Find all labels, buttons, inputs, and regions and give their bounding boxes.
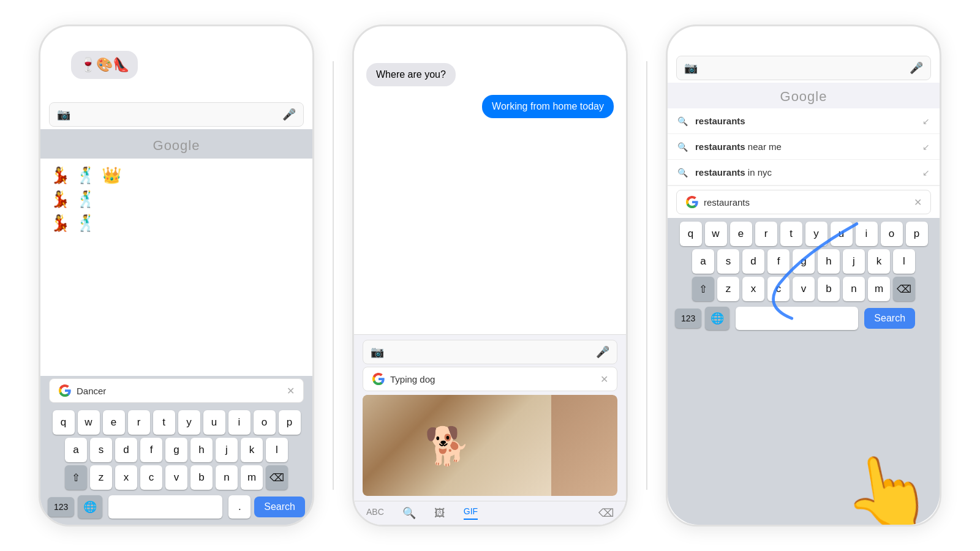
key-p3-q[interactable]: q [680, 222, 702, 246]
phone1-search-input[interactable] [75, 110, 277, 120]
key-p3-c[interactable]: c [767, 277, 790, 301]
key-k[interactable]: k [241, 438, 263, 462]
key-z[interactable]: z [90, 465, 112, 490]
suggestion-row-1[interactable]: 🔍 restaurants ↙ [668, 108, 940, 134]
phone3-search-button[interactable]: Search [864, 308, 915, 329]
camera-icon-2[interactable]: 📷 [371, 345, 384, 359]
key-delete[interactable]: ⌫ [266, 465, 288, 490]
key-g[interactable]: g [165, 438, 187, 462]
key-p3-delete[interactable]: ⌫ [893, 277, 915, 301]
key-e[interactable]: e [103, 410, 125, 435]
search-button[interactable]: Search [254, 497, 305, 517]
key-y[interactable]: y [178, 410, 200, 435]
key-s[interactable]: s [90, 438, 112, 462]
clear-icon[interactable]: ✕ [287, 385, 295, 397]
key-p3-r[interactable]: r [755, 222, 777, 246]
key-d[interactable]: d [115, 438, 137, 462]
key-p3-w[interactable]: w [705, 222, 727, 246]
key-b[interactable]: b [190, 465, 213, 490]
tab-gif[interactable]: GIF [464, 506, 478, 520]
key-p3-num[interactable]: 123 [675, 309, 701, 328]
key-o[interactable]: o [254, 410, 276, 435]
key-a[interactable]: a [65, 438, 87, 462]
key-p3-o[interactable]: o [881, 222, 903, 246]
key-p3-globe[interactable]: 🌐 [705, 307, 729, 330]
key-p3-d[interactable]: d [742, 249, 764, 274]
key-period[interactable]: . [228, 495, 251, 519]
key-f[interactable]: f [140, 438, 162, 462]
tab-abc[interactable]: ABC [366, 507, 384, 519]
emoji-cell[interactable]: 💃 [49, 165, 71, 186]
key-p3-g[interactable]: g [793, 249, 815, 274]
key-r[interactable]: r [128, 410, 150, 435]
key-p3-j[interactable]: j [843, 249, 865, 274]
phone3-gbar: 📷 🎤 [676, 56, 931, 80]
key-p3-k[interactable]: k [868, 249, 890, 274]
key-globe[interactable]: 🌐 [78, 495, 102, 519]
key-p3-b[interactable]: b [818, 277, 840, 301]
key-num[interactable]: 123 [48, 497, 74, 517]
key-p3-s[interactable]: s [717, 249, 739, 274]
key-space[interactable] [108, 495, 222, 519]
mic-icon-2[interactable]: 🎤 [596, 345, 609, 359]
key-p[interactable]: p [279, 410, 301, 435]
key-l[interactable]: l [266, 438, 288, 462]
camera-icon[interactable]: 📷 [57, 108, 70, 121]
phone3-search-input[interactable] [703, 63, 905, 73]
suggestion-row-2[interactable]: 🔍 restaurants near me ↙ [668, 134, 940, 160]
emoji-row-3: 💃 🕺 [49, 212, 304, 234]
key-p3-x[interactable]: x [742, 277, 764, 301]
key-p3-t[interactable]: t [780, 222, 802, 246]
gif-delete-icon[interactable]: ⌫ [598, 506, 614, 520]
key-t[interactable]: t [153, 410, 175, 435]
phone2-search-input[interactable] [389, 347, 591, 358]
mic-icon-3[interactable]: 🎤 [910, 61, 923, 75]
key-p3-y[interactable]: y [805, 222, 827, 246]
gif-clear-icon[interactable]: ✕ [600, 373, 608, 385]
key-i[interactable]: i [228, 410, 251, 435]
suggestion-row-3[interactable]: 🔍 restaurants in nyc ↙ [668, 160, 940, 186]
emoji-cell[interactable]: 🕺 [75, 189, 97, 210]
key-h[interactable]: h [190, 438, 213, 462]
phone3-query-input[interactable] [704, 197, 909, 208]
key-u[interactable]: u [203, 410, 225, 435]
key-p3-e[interactable]: e [730, 222, 752, 246]
key-p3-l[interactable]: l [893, 249, 915, 274]
key-p3-space[interactable] [736, 307, 858, 330]
key-p3-f[interactable]: f [767, 249, 790, 274]
key-p3-a[interactable]: a [692, 249, 714, 274]
suggestion-text-3: restaurants in nyc [695, 167, 915, 178]
phone3-clear-icon[interactable]: ✕ [914, 197, 922, 208]
key-x[interactable]: x [115, 465, 137, 490]
google-logo-2 [372, 372, 385, 386]
key-q[interactable]: q [53, 410, 75, 435]
key-j[interactable]: j [216, 438, 238, 462]
key-p3-h[interactable]: h [818, 249, 840, 274]
key-n[interactable]: n [216, 465, 238, 490]
emoji-cell[interactable]: 💃 [49, 189, 71, 210]
emoji-cell[interactable]: 🕺 [75, 165, 97, 186]
search-tab-icon[interactable]: 🔍 [402, 506, 416, 520]
phone1-query-input[interactable] [77, 386, 282, 396]
key-v[interactable]: v [165, 465, 187, 490]
mic-icon[interactable]: 🎤 [282, 108, 296, 121]
key-w[interactable]: w [78, 410, 100, 435]
emoji-cell[interactable]: 👑 [100, 165, 123, 186]
emoji-cell[interactable]: 💃 [49, 212, 71, 234]
camera-icon-3[interactable]: 📷 [684, 61, 698, 75]
image-tab-icon[interactable]: 🖼 [434, 507, 445, 520]
key-m[interactable]: m [241, 465, 263, 490]
key-shift[interactable]: ⇧ [65, 465, 87, 490]
emoji-cell[interactable]: 🕺 [75, 212, 97, 234]
key-p3-shift[interactable]: ⇧ [692, 277, 714, 301]
key-row-p3-2: a s d f g h j k l [670, 249, 937, 274]
key-p3-i[interactable]: i [856, 222, 878, 246]
key-p3-v[interactable]: v [793, 277, 815, 301]
key-p3-p[interactable]: p [906, 222, 928, 246]
key-p3-n[interactable]: n [843, 277, 865, 301]
gif-query-input[interactable] [390, 374, 595, 384]
key-p3-m[interactable]: m [868, 277, 890, 301]
key-p3-u[interactable]: u [831, 222, 853, 246]
key-c[interactable]: c [140, 465, 162, 490]
key-p3-z[interactable]: z [717, 277, 739, 301]
